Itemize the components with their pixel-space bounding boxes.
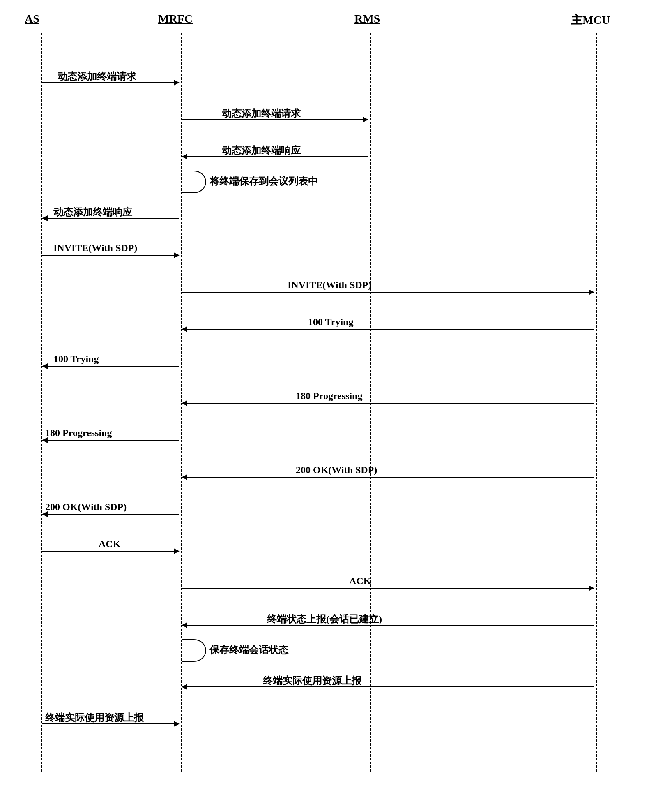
arrow-msg10 [42,440,179,441]
entity-AS: AS [25,12,39,25]
arrow-msg9 [182,403,594,404]
arrow-msg6 [182,292,594,293]
label-self1: 将终端保存到会议列表中 [209,175,318,188]
label-msg15: 终端状态上报(会话已建立) [267,612,382,626]
arrow-msg11 [182,477,594,478]
label-msg16: 终端实际使用资源上报 [263,674,361,687]
label-self2: 保存终端会话状态 [209,643,288,656]
label-msg1: 动态添加终端请求 [58,70,136,83]
entity-MRFC: MRFC [158,12,193,25]
entity-zhuMCU: 主MCU [571,12,610,28]
sequence-diagram: AS MRFC RMS 主MCU 动态添加终端请求 动态添加终端请求 动态添加终… [0,0,672,788]
arrow-msg8 [42,366,179,367]
self-loop-1 [182,171,206,193]
label-msg13: ACK [99,538,120,550]
entity-RMS: RMS [354,12,380,25]
label-msg10: 180 Progressing [45,428,112,439]
label-msg3: 动态添加终端响应 [222,144,301,157]
arrow-msg13 [42,551,179,552]
label-msg8: 100 Trying [53,354,99,365]
label-msg5: INVITE(With SDP) [53,243,137,254]
label-msg12: 200 OK(With SDP) [45,501,127,513]
label-msg4: 动态添加终端响应 [53,206,132,219]
lifeline-RMS [370,33,371,772]
label-msg2: 动态添加终端请求 [222,107,301,120]
label-msg14: ACK [349,575,371,587]
label-msg9: 180 Progressing [296,391,362,402]
label-msg7: 100 Trying [308,317,353,328]
arrow-msg7 [182,329,594,330]
self-loop-2 [182,639,206,662]
arrow-msg15 [182,625,594,626]
label-msg17: 终端实际使用资源上报 [45,711,144,724]
label-msg6: INVITE(With SDP) [288,280,371,291]
lifeline-AS [41,33,42,772]
lifeline-zhuMCU [596,33,597,772]
arrow-msg12 [42,514,179,515]
arrow-msg16 [182,686,594,687]
arrow-msg14 [182,588,594,589]
label-msg11: 200 OK(With SDP) [296,464,377,476]
arrow-msg5 [42,255,179,256]
